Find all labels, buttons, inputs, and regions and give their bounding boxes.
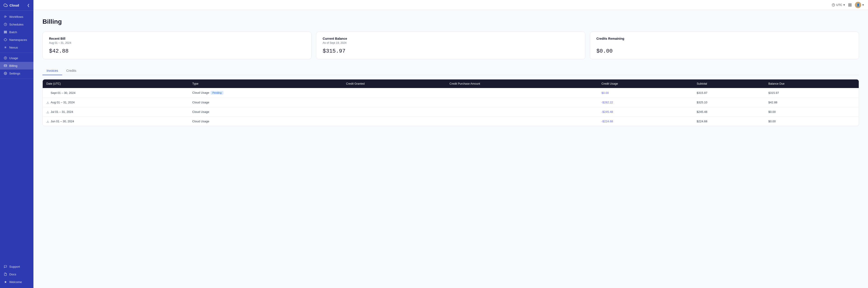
cloud-icon [4,3,8,7]
svg-rect-10 [848,4,850,5]
sidebar-item-workflows[interactable]: ⟳ Workflows [0,13,33,21]
sidebar-item-namespaces[interactable]: Namespaces [0,36,33,43]
sidebar-item-nexus[interactable]: ✳ Nexus [0,43,33,51]
cell-credit-usage: -$245.48 [598,107,693,117]
invoices-table-container: Date (UTC) Type Credit Granted Credit Pu… [42,79,859,126]
download-icon[interactable] [46,101,49,104]
sidebar-item-batch[interactable]: Batch [0,28,33,36]
credits-remaining-card: Credits Remaining $0.00 [590,32,859,59]
table-row: Aug 01 – 31, 2024 Cloud Usage -$282.22 $… [43,98,859,107]
credits-remaining-value: $0.00 [596,48,852,54]
col-credit-usage: Credit Usage [598,79,693,88]
sidebar-item-label: Support [9,265,20,268]
cell-date: Aug 01 – 31, 2024 [43,98,189,107]
sidebar-nav-bottom: Support Docs ★ Welcome [0,260,33,288]
batch-icon [4,30,7,34]
table-row: Jul 01 – 31, 2024 Cloud Usage -$245.48 $… [43,107,859,117]
tab-invoices[interactable]: Invoices [42,67,62,75]
cell-credit-purchase [446,107,598,117]
svg-point-6 [5,58,6,59]
timezone-label: UTC [836,3,842,6]
page-title: Billing [42,18,859,25]
summary-cards: Recent Bill Aug 01 – 31, 2024 $42.88 Cur… [42,32,859,59]
svg-rect-1 [4,31,7,31]
sidebar-item-settings[interactable]: Settings [0,70,33,77]
svg-point-8 [5,73,6,74]
cell-credit-granted [342,98,446,107]
sidebar-item-label: Billing [9,64,18,68]
cell-date: Jul 01 – 31, 2024 [43,107,189,117]
cell-credit-usage: -$282.22 [598,98,693,107]
status-badge: Pending [211,91,223,95]
download-icon[interactable] [46,111,49,113]
svg-rect-12 [848,5,850,6]
sidebar-item-label: Welcome [9,280,22,284]
sidebar-item-schedules[interactable]: Schedules [0,21,33,28]
cell-credit-granted [342,88,446,98]
sidebar-item-usage[interactable]: Usage [0,54,33,62]
sidebar-item-welcome[interactable]: ★ Welcome [0,278,33,286]
avatar: 👤 [855,2,861,8]
sidebar-item-support[interactable]: Support [0,263,33,271]
sidebar-item-label: Schedules [9,23,24,26]
sidebar-divider-2 [0,78,33,79]
table-row: Sept 01 – 30, 2024 Cloud UsagePending $0… [43,88,859,98]
cell-type: Cloud Usage [189,117,342,126]
schedules-icon [4,23,7,26]
current-balance-value: $315.97 [322,48,579,54]
workflows-icon: ⟳ [4,15,7,19]
namespaces-icon [4,38,7,41]
svg-rect-7 [4,65,7,67]
cell-subtotal: $325.10 [693,98,765,107]
invoices-table: Date (UTC) Type Credit Granted Credit Pu… [43,79,859,126]
cell-subtotal: $245.48 [693,107,765,117]
col-subtotal: Subtotal [693,79,765,88]
col-date: Date (UTC) [43,79,189,88]
sidebar-collapse-button[interactable]: ❮ [27,3,30,7]
cell-credit-granted [342,107,446,117]
sidebar-item-label: Usage [9,57,18,60]
recent-bill-title: Recent Bill [49,37,305,40]
sidebar-item-label: Settings [9,72,20,75]
sidebar-item-billing[interactable]: Billing [0,62,33,70]
cell-balance-due: $0.00 [765,117,859,126]
sidebar-item-label: Namespaces [9,38,27,41]
col-type: Type [189,79,342,88]
welcome-icon: ★ [4,280,7,284]
clock-icon [832,3,835,6]
sidebar-logo[interactable]: Cloud [4,3,19,7]
grid-toggle[interactable] [848,3,852,7]
grid-icon [848,3,852,7]
cell-type: Cloud Usage [189,98,342,107]
user-menu[interactable]: 👤 ▾ [855,2,864,8]
recent-bill-subtitle: Aug 01 – 31, 2024 [49,41,305,44]
sidebar-divider-1 [0,52,33,53]
download-icon[interactable] [46,120,49,123]
cell-balance-due: $315.97 [765,88,859,98]
current-balance-card: Current Balance As of Sept 19, 2024 $315… [316,32,585,59]
sidebar-item-label: Batch [9,31,17,34]
cell-balance-due: $0.00 [765,107,859,117]
credits-remaining-subtitle [596,41,852,44]
settings-icon [4,72,7,75]
sidebar-item-label: Docs [9,273,16,276]
sidebar-item-docs[interactable]: Docs [0,271,33,278]
cell-balance-due: $42.88 [765,98,859,107]
cell-subtotal: $315.97 [693,88,765,98]
billing-icon [4,64,7,68]
recent-bill-card: Recent Bill Aug 01 – 31, 2024 $42.88 [42,32,312,59]
current-balance-title: Current Balance [322,37,579,40]
cell-credit-usage: -$224.68 [598,117,693,126]
svg-rect-11 [850,4,851,5]
topbar: UTC ▾ 👤 ▾ [33,0,868,10]
cell-subtotal: $224.68 [693,117,765,126]
svg-rect-3 [4,33,7,33]
timezone-selector[interactable]: UTC ▾ [832,3,845,6]
main-content: Billing Recent Bill Aug 01 – 31, 2024 $4… [33,10,868,288]
support-icon [4,265,7,268]
billing-tabs: Invoices Credits [42,67,859,75]
docs-icon [4,273,7,276]
cell-date: Sept 01 – 30, 2024 [43,88,189,98]
cell-credit-usage: $0.00 [598,88,693,98]
tab-credits[interactable]: Credits [62,67,80,75]
